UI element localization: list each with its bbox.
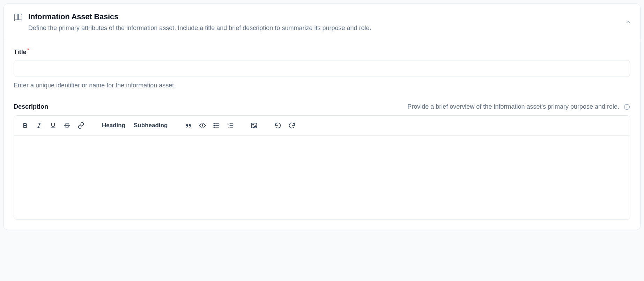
svg-point-2 xyxy=(627,106,627,106)
undo-button[interactable] xyxy=(272,119,284,132)
svg-point-14 xyxy=(214,127,215,128)
svg-line-5 xyxy=(38,123,40,128)
title-label-text: Title xyxy=(14,49,27,56)
book-icon xyxy=(14,12,25,22)
heading-button[interactable]: Heading xyxy=(98,119,129,132)
section-subtitle: Define the primary attributes of the inf… xyxy=(28,23,630,33)
code-button[interactable] xyxy=(196,119,209,132)
blockquote-button[interactable] xyxy=(182,119,195,132)
info-icon[interactable] xyxy=(623,103,630,110)
description-label-row: Description Provide a brief overview of … xyxy=(14,103,630,110)
svg-point-21 xyxy=(253,124,254,125)
required-marker: * xyxy=(27,47,29,53)
image-icon xyxy=(251,122,258,129)
bold-button[interactable] xyxy=(19,119,31,132)
numbered-list-icon: 1 2 xyxy=(227,122,234,129)
link-button[interactable] xyxy=(75,119,87,132)
section-body: Title * Enter a unique identifier or nam… xyxy=(4,40,640,230)
title-field-group: Title * Enter a unique identifier or nam… xyxy=(14,49,630,89)
editor-toolbar: Heading Subheading xyxy=(14,116,630,136)
underline-icon xyxy=(50,122,57,129)
strikethrough-icon xyxy=(64,122,71,129)
description-label: Description xyxy=(14,103,48,110)
strikethrough-button[interactable] xyxy=(61,119,73,132)
svg-text:1: 1 xyxy=(228,123,229,125)
bold-icon xyxy=(22,122,29,129)
redo-button[interactable] xyxy=(286,119,298,132)
link-icon xyxy=(77,122,84,129)
section-title: Information Asset Basics xyxy=(28,12,630,21)
redo-icon xyxy=(288,122,295,129)
description-editor: Heading Subheading xyxy=(14,115,630,220)
italic-icon xyxy=(36,122,43,129)
description-textarea[interactable] xyxy=(14,136,630,219)
title-input[interactable] xyxy=(14,60,630,77)
svg-point-13 xyxy=(214,125,215,126)
image-button[interactable] xyxy=(248,119,260,132)
numbered-list-button[interactable]: 1 2 xyxy=(224,119,237,132)
section-card: Information Asset Basics Define the prim… xyxy=(3,3,641,230)
chevron-up-icon xyxy=(625,19,631,25)
underline-button[interactable] xyxy=(47,119,59,132)
svg-point-12 xyxy=(214,123,215,124)
description-label-text: Description xyxy=(14,103,48,110)
svg-text:2: 2 xyxy=(228,127,229,129)
bullet-list-button[interactable] xyxy=(210,119,223,132)
title-helper-text: Enter a unique identifier or name for th… xyxy=(14,82,630,89)
section-header: Information Asset Basics Define the prim… xyxy=(4,4,640,40)
collapse-button[interactable] xyxy=(623,17,633,27)
blockquote-icon xyxy=(185,122,192,129)
svg-line-8 xyxy=(202,123,203,128)
subheading-button[interactable]: Subheading xyxy=(130,119,171,132)
description-hint: Provide a brief overview of the informat… xyxy=(407,103,619,110)
title-label: Title * xyxy=(14,49,29,56)
code-icon xyxy=(199,122,206,129)
italic-button[interactable] xyxy=(33,119,45,132)
undo-icon xyxy=(274,122,281,129)
bullet-list-icon xyxy=(213,122,220,129)
